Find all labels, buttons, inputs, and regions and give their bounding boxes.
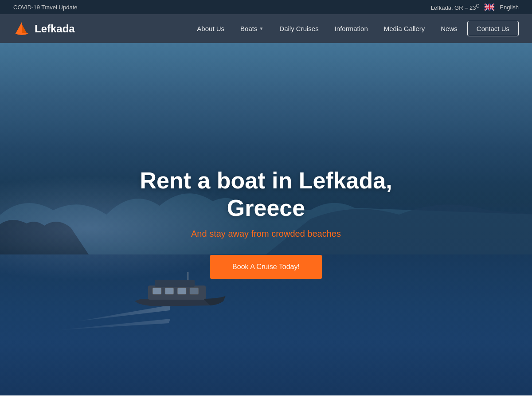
top-bar-right: Lefkada, GR – 23C English [431,3,519,11]
nav-item-boats[interactable]: Boats ▼ [234,21,270,36]
flag-icon [485,4,494,11]
svg-rect-6 [177,288,186,294]
nav-item-information[interactable]: Information [329,21,374,36]
svg-rect-5 [165,288,174,294]
nav-item-media-gallery[interactable]: Media Gallery [378,21,431,36]
boats-chevron: ▼ [259,26,263,31]
navbar: Lefkada About Us Boats ▼ Daily Cruises I… [0,14,532,43]
logo-icon [13,20,30,37]
nav-item-about[interactable]: About Us [191,21,231,36]
hero-section: Rent a boat in Lefkada, Greece And stay … [0,43,532,395]
hero-title: Rent a boat in Lefkada, Greece [111,167,421,222]
language-text[interactable]: English [500,4,519,11]
logo-link[interactable]: Lefkada [13,20,75,37]
hero-content: Rent a boat in Lefkada, Greece And stay … [111,167,421,279]
nav-item-daily-cruises[interactable]: Daily Cruises [273,21,325,36]
svg-marker-1 [16,22,22,33]
sky-overlay [0,43,532,184]
hero-subtitle: And stay away from crowded beaches [111,229,421,239]
svg-rect-8 [155,280,195,287]
svg-marker-2 [22,24,27,33]
svg-rect-7 [190,288,199,294]
nav-item-news[interactable]: News [434,21,464,36]
location-text: Lefkada, GR – 23C [431,3,480,11]
covid-notice: COVID-19 Travel Update [13,4,78,11]
svg-rect-4 [153,288,161,294]
nav-item-contact[interactable]: Contact Us [467,21,519,36]
top-bar: COVID-19 Travel Update Lefkada, GR – 23C… [0,0,532,14]
nav-menu: About Us Boats ▼ Daily Cruises Informati… [191,21,519,36]
book-cruise-button[interactable]: Book A Cruise Today! [210,255,322,279]
